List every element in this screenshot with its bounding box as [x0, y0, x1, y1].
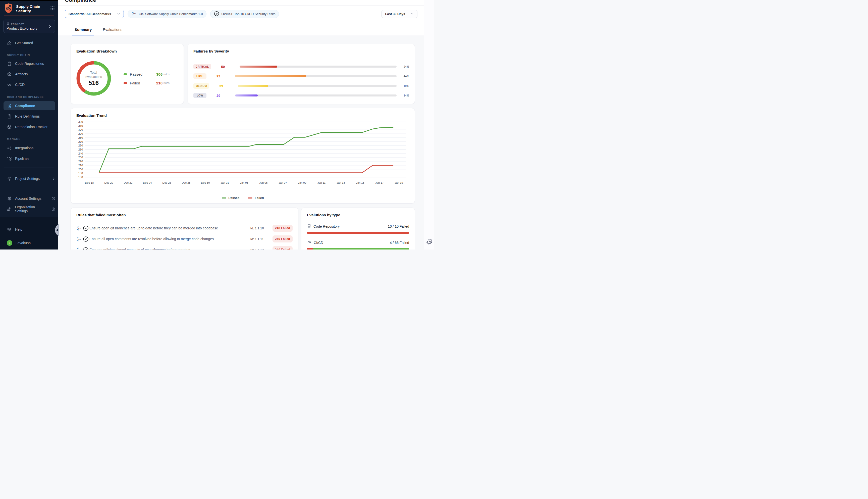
code-repository-icon: [307, 224, 311, 229]
owasp-icon: [83, 247, 89, 250]
svg-text:310: 310: [78, 124, 83, 127]
evaluations-donut-chart: Total evaluations 516: [76, 61, 111, 96]
sidebar-item-organization-settings[interactable]: Organization Settings: [3, 205, 55, 214]
sidebar-user[interactable]: L Lavakush: [3, 239, 55, 247]
chat-bubble-icon[interactable]: [425, 238, 433, 246]
tab-evaluations[interactable]: Evaluations: [100, 27, 125, 35]
severity-badge: HIGH: [194, 73, 207, 79]
severity-percent: 24%: [400, 65, 409, 68]
severity-count: 92: [216, 74, 228, 78]
sidebar-item-label: Rule Definitions: [15, 114, 40, 118]
page-title: Compliance: [65, 0, 96, 3]
collapse-arrow-icon: [56, 229, 58, 231]
sidebar-item-artifacts[interactable]: Artifacts: [3, 70, 55, 78]
failed-line-swatch: [248, 197, 252, 198]
summary-content: Evaluation Breakdown Total evaluations 5…: [58, 35, 424, 250]
svg-text:320: 320: [78, 120, 83, 123]
infinity-icon: [307, 240, 311, 245]
rule-row[interactable]: CIS Ensure verifying signed commits of n…: [76, 245, 293, 250]
chevron-right-icon: [52, 177, 55, 180]
sidebar-item-cicd[interactable]: CI/CD: [3, 80, 55, 89]
sidebar-item-account-settings[interactable]: Account Settings: [3, 194, 55, 203]
sidebar-item-label: Integrations: [15, 146, 34, 150]
project-selector[interactable]: PROJECT Product Exploratory: [3, 20, 55, 33]
rule-row[interactable]: CIS Ensure open git branches are up to d…: [76, 224, 293, 232]
svg-text:CIS: CIS: [78, 249, 82, 250]
svg-text:240: 240: [78, 152, 83, 155]
cis-icon: CIS: [76, 226, 82, 231]
type-row-cicd: CI/CD 4 / 66 Failed: [307, 240, 409, 250]
org-gear-icon: [7, 207, 12, 211]
app-title: Supply Chain Security: [16, 4, 50, 13]
type-status: 4 / 66 Failed: [390, 241, 409, 245]
failed-color-pill: [124, 82, 127, 84]
sidebar-item-code-repositories[interactable]: Code Repositories: [3, 59, 55, 68]
date-range-dropdown[interactable]: Last 30 Days: [382, 10, 418, 18]
sidebar-item-label: Get Started: [15, 41, 33, 45]
app-grid-icon[interactable]: [50, 6, 55, 12]
gear-icon: [7, 176, 12, 181]
info-icon[interactable]: [51, 197, 55, 200]
svg-text:Dec 26: Dec 26: [162, 181, 171, 184]
severity-badge: LOW: [194, 93, 207, 98]
chevron-down-icon: [411, 12, 414, 16]
rule-id: Id: 1.1.12: [250, 248, 268, 250]
passed-color-pill: [124, 73, 127, 75]
svg-text:Jan 03: Jan 03: [240, 181, 248, 184]
sidebar-item-label: CI/CD: [15, 83, 25, 87]
svg-text:Jan 13: Jan 13: [337, 181, 345, 184]
rule-text: Ensure verifying signed commits of new c…: [89, 248, 250, 250]
sidebar-accent-line: [4, 15, 54, 16]
app-viewport: Supply Chain Security PROJECT: [0, 0, 434, 250]
card-title: Evalutions by type: [307, 213, 340, 217]
sidebar-item-label: Organization Settings: [15, 205, 48, 213]
svg-text:180: 180: [78, 175, 83, 179]
severity-percent: 44%: [400, 75, 409, 78]
rule-failed-badge: 240 Failed: [273, 224, 293, 232]
sidebar-header: Supply Chain Security: [4, 3, 55, 15]
sidebar-item-label: Artifacts: [15, 72, 28, 76]
clipboard-check-icon: [7, 114, 12, 119]
svg-text:Dec 28: Dec 28: [182, 181, 191, 184]
svg-text:Jan 19: Jan 19: [395, 181, 403, 184]
svg-text:CIS: CIS: [78, 238, 82, 240]
legend-item-passed: Passed: [222, 196, 239, 200]
svg-text:Jan 09: Jan 09: [298, 181, 306, 184]
benchmark-chip-cis[interactable]: CIS CIS Software Supply Chain Benchmarks…: [127, 10, 207, 18]
svg-text:300: 300: [78, 128, 83, 131]
svg-text:200: 200: [78, 168, 83, 171]
sidebar-item-integrations[interactable]: Integrations: [3, 144, 55, 153]
sidebar-item-compliance[interactable]: Compliance: [3, 101, 55, 110]
svg-text:Jan 07: Jan 07: [278, 181, 287, 184]
svg-text:Jan 11: Jan 11: [318, 181, 325, 184]
benchmark-chip-owasp[interactable]: OWASP Top 10 CI/CD Security Risks: [210, 10, 279, 18]
severity-badge: CRITICAL: [194, 64, 211, 69]
info-icon[interactable]: [51, 207, 55, 211]
svg-text:190: 190: [78, 172, 83, 175]
svg-text:Dec 24: Dec 24: [143, 181, 152, 184]
severity-bar: [235, 95, 397, 97]
owasp-icon: [83, 226, 89, 231]
main-area: Compliance Standards: All Benchmarks CIS…: [58, 0, 434, 250]
filter-row: Standards: All Benchmarks CIS CIS Softwa…: [65, 10, 418, 18]
artifacts-box-icon: [7, 72, 12, 77]
svg-text:260: 260: [78, 144, 83, 147]
cis-icon: CIS: [76, 247, 82, 250]
card-title: Rules that failed most often: [76, 213, 126, 217]
tab-summary[interactable]: Summary: [72, 27, 94, 35]
sidebar-item-rule-definitions[interactable]: Rule Definitions: [3, 112, 55, 121]
compliance-doc-search-icon: [7, 103, 12, 108]
sidebar-item-label: Project Settings: [15, 177, 40, 181]
page-header: Compliance Standards: All Benchmarks CIS…: [58, 0, 434, 35]
sidebar-item-pipelines[interactable]: Pipelines: [3, 154, 55, 163]
sidebar-item-project-settings[interactable]: Project Settings: [3, 174, 55, 183]
rule-row[interactable]: CIS Ensure all open comments are resolve…: [76, 235, 293, 243]
sidebar-item-help[interactable]: Help: [3, 225, 55, 234]
sidebar-item-remediation-tracker[interactable]: Remediation Tracker: [3, 122, 55, 131]
sidebar-item-get-started[interactable]: Get Started: [3, 38, 55, 48]
sidebar-item-label: Code Repositories: [15, 62, 44, 65]
cis-icon: CIS: [131, 11, 137, 17]
breakdown-legend: Passed 306 rules Failed 210 rules: [124, 71, 170, 89]
legend-item-passed: Passed 306 rules: [124, 71, 170, 77]
standards-dropdown[interactable]: Standards: All Benchmarks: [65, 10, 124, 18]
